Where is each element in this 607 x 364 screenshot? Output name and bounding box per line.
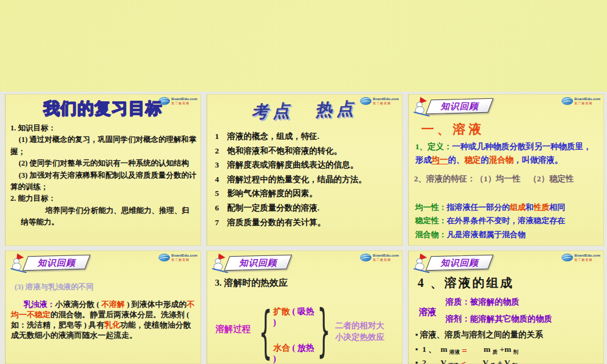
heat-process-label: 溶解过程 — [215, 323, 251, 335]
solution-features: 2、溶液的特征：（1）均一性 （2）稳定性 — [414, 174, 574, 184]
logo-subtitle: 第二教育网 — [574, 258, 600, 261]
logo-subtitle: 第二教育网 — [171, 258, 197, 261]
keypoint-item: 1 溶液的概念，组成，特征. — [215, 129, 397, 144]
emulsion-heading: (3) 溶液与乳浊液的不同 — [15, 282, 93, 292]
globe-icon — [561, 254, 573, 261]
review-banner-label: 知识回顾 — [429, 99, 490, 113]
property-line: 均一性：指溶液任一部分的组成和性质相同 — [415, 201, 599, 214]
logo-name: BoardEdu.com — [574, 97, 600, 101]
keypoints-list: 1 溶液的概念，组成，特征. 2 饱和溶液和不饱和溶液的转化。 3 溶解度表或溶… — [215, 129, 397, 229]
solution-properties: 均一性：指溶液任一部分的组成和性质相同 稳定性：在外界条件不变时，溶液稳定存在 … — [415, 201, 599, 241]
slide-keypoints[interactable]: BoardEdu.com 第二教育网 考点 热点 1 溶液的概念，组成，特征. … — [206, 94, 402, 246]
globe-icon — [561, 97, 573, 105]
review-banner-ribbon: 知识回顾 — [224, 255, 292, 271]
property-line: 稳定性：在外界条件不变时，溶液稳定存在 — [415, 214, 599, 228]
keypoints-title: 考点 热点 — [206, 95, 402, 125]
goals-title: 我们的复习目标 — [5, 98, 201, 120]
review-banner: 知识回顾 — [412, 254, 497, 274]
composition-heading: 4 、溶液的组成 — [418, 275, 514, 291]
goals-paragraph: (1) 通过对概念的复习，巩固同学们对概念的理解和掌握； — [10, 134, 197, 158]
emulsion-body: 乳浊液：小液滴分散 ( 不溶解 ) 到液体中形成的不均一不稳定的混合物。静置后两… — [11, 299, 197, 340]
keypoint-item: 7 溶质质量分数的有关计算。 — [215, 215, 397, 230]
volume-formula: • 2 、 V 溶液 < V 质 + V 剂 — [415, 357, 517, 364]
solute-definition: 溶质：被溶解的物质 — [446, 297, 520, 308]
solvent-definition: 溶剂：能溶解其它物质的物质 — [446, 314, 552, 325]
goals-paragraph: (2) 使同学们对整单元的知识有一种系统的认知结构 — [10, 158, 197, 169]
logo-name: BoardEdu.com — [574, 254, 600, 258]
slide-grid: BoardEdu.com 第二教育网 我们的复习目标 1. 知识目标： (1) … — [0, 92, 607, 364]
solution-label: 溶液 — [419, 306, 436, 318]
solution-heading: 一、溶液 — [421, 121, 484, 138]
slide-composition[interactable]: BoardEdu.com 第二教育网 知识回顾 4 、溶液的组成 溶液 溶质：被… — [408, 251, 604, 364]
review-banner-ribbon: 知识回顾 — [426, 255, 493, 271]
right-brace: } — [317, 303, 331, 360]
review-banner: 知识回顾 — [8, 254, 93, 274]
review-banner: 知识回顾 — [412, 97, 497, 118]
keypoint-item: 3 溶解度表或溶解度曲线表达的信息。 — [215, 158, 397, 172]
review-banner-label: 知识回顾 — [25, 256, 87, 269]
presentation-overview: BoardEdu.com 第二教育网 我们的复习目标 1. 知识目标： (1) … — [0, 0, 607, 364]
review-banner-label: 知识回顾 — [429, 256, 490, 269]
left-brace: { — [259, 305, 273, 362]
goals-paragraph: 培养同学们分析能力、思维能力、推理、归纳等能力。 — [10, 205, 197, 229]
boardedu-logo: BoardEdu.com 第二教育网 — [561, 254, 600, 261]
logo-text: BoardEdu.com 第二教育网 — [574, 254, 600, 261]
review-banner-ribbon: 知识回顾 — [22, 255, 90, 271]
logo-subtitle: 第二教育网 — [574, 101, 600, 105]
logo-name: BoardEdu.com — [373, 254, 399, 258]
slide-heat-effect[interactable]: BoardEdu.com 第二教育网 知识回顾 3. 溶解时的热效应 溶解过程 … — [206, 251, 402, 364]
boardedu-logo: BoardEdu.com 第二教育网 — [158, 254, 197, 261]
logo-text: BoardEdu.com 第二教育网 — [574, 97, 600, 105]
property-line: 混合物：凡是溶液都属于混合物 — [415, 228, 599, 241]
logo-name: BoardEdu.com — [171, 254, 197, 258]
review-banner-ribbon: 知识回顾 — [426, 98, 493, 115]
keypoint-item: 2 饱和溶液和不饱和溶液的转化。 — [215, 144, 397, 158]
heat-hydration: 水合 ( 放热 ) — [273, 343, 314, 364]
slide-emulsion[interactable]: BoardEdu.com 第二教育网 知识回顾 (3) 溶液与乳浊液的不同 乳浊… — [5, 251, 201, 364]
solution-definition: 1、定义：一种或几种物质分散到另一种物质里，形成均一的、稳定的混合物，叫做溶液。 — [415, 140, 598, 167]
goals-body: 1. 知识目标： (1) 通过对概念的复习，巩固同学们对概念的理解和掌握； (2… — [10, 123, 197, 229]
keypoint-item: 6 配制一定质量分数的溶液. — [215, 201, 397, 215]
boardedu-logo: BoardEdu.com 第二教育网 — [360, 254, 399, 261]
globe-icon — [360, 254, 371, 261]
heat-note: 二者的相对大小决定热效应 — [335, 320, 388, 343]
slide-solution-definition[interactable]: BoardEdu.com 第二教育网 知识回顾 一、溶液 1、定义：一种或几种物… — [408, 94, 604, 246]
globe-icon — [158, 254, 170, 261]
keypoint-item: 4 溶解过程中的热量变化，结晶的方法。 — [215, 172, 397, 187]
relation-title: • 溶液、溶质与溶剂之间的量的关系 — [415, 329, 543, 340]
logo-text: BoardEdu.com 第二教育网 — [373, 254, 399, 261]
heat-diffusion: 扩散 ( 吸热 ) — [273, 306, 314, 328]
goals-paragraph: 2. 能力目标： — [10, 193, 197, 204]
review-banner-label: 知识回顾 — [227, 256, 288, 269]
logo-text: BoardEdu.com 第二教育网 — [171, 254, 197, 261]
mass-formula: • 1 、 m 溶液 = m 质 +m 剂 — [415, 344, 518, 356]
slide-goals[interactable]: BoardEdu.com 第二教育网 我们的复习目标 1. 知识目标： (1) … — [5, 94, 201, 246]
logo-subtitle: 第二教育网 — [373, 258, 399, 261]
heat-heading: 3. 溶解时的热效应 — [215, 277, 290, 289]
boardedu-logo: BoardEdu.com 第二教育网 — [561, 97, 600, 105]
review-banner: 知识回顾 — [210, 254, 295, 274]
goals-paragraph: (3) 加强对有关溶液稀释和配制以及溶质质量分数的计算的训练； — [10, 170, 197, 194]
goals-paragraph: 1. 知识目标： — [10, 123, 197, 134]
keypoint-item: 5 影响气体溶解度的因素。 — [215, 186, 397, 201]
